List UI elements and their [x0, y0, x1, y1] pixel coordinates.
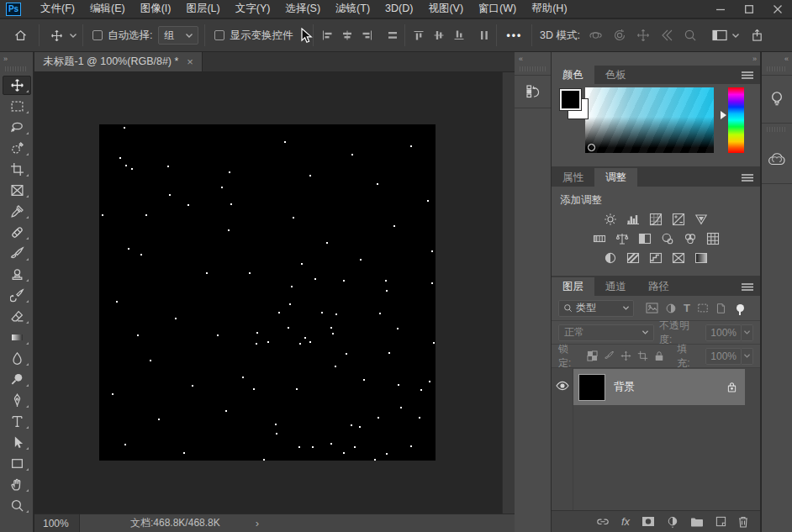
new-group-icon[interactable] [690, 517, 704, 527]
tool-eraser[interactable] [0, 306, 34, 327]
layer-style-fx-icon[interactable]: fx [621, 515, 630, 528]
tab-layers[interactable]: 图层 [552, 277, 594, 296]
panel-gripper[interactable] [520, 66, 546, 71]
opacity-value-field[interactable]: 100% [705, 324, 742, 341]
menu-edit[interactable]: 编辑(E) [82, 0, 133, 18]
layer-thumbnail[interactable] [578, 374, 605, 401]
canvas[interactable] [99, 124, 436, 461]
menu-type[interactable]: 文字(Y) [228, 0, 278, 18]
tool-crop[interactable] [0, 159, 34, 180]
tab-swatches[interactable]: 色板 [594, 66, 637, 84]
color-lookup-icon[interactable] [705, 232, 721, 245]
curves-icon[interactable] [648, 213, 663, 226]
menu-image[interactable]: 图像(I) [133, 0, 179, 18]
lock-pixels-icon[interactable] [604, 350, 615, 361]
menu-filter[interactable]: 滤镜(T) [328, 0, 378, 18]
tool-rectangular-marquee[interactable] [0, 96, 34, 117]
learn-panel-icon[interactable] [762, 75, 792, 124]
tool-gradient[interactable] [0, 327, 34, 348]
blend-mode-dropdown[interactable]: 正常 [558, 324, 654, 341]
menu-window[interactable]: 窗口(W) [471, 0, 524, 18]
align-bottom-icon[interactable] [453, 29, 465, 41]
tab-close-icon[interactable]: × [187, 55, 193, 68]
zoom-level-field[interactable]: 100% [34, 514, 80, 532]
filter-adjustment-layers-icon[interactable] [665, 303, 677, 314]
exposure-icon[interactable] [671, 213, 686, 226]
hue-saturation-icon[interactable] [592, 232, 607, 245]
tool-pen[interactable] [0, 390, 34, 411]
levels-icon[interactable] [626, 213, 641, 226]
filter-toggle-icon[interactable] [737, 304, 744, 312]
layer-filter-dropdown[interactable]: 类型 [558, 300, 634, 317]
align-middle-vertical-icon[interactable] [433, 29, 445, 41]
tool-eyedropper[interactable] [0, 201, 34, 222]
tool-move[interactable] [0, 75, 34, 96]
tool-history-brush[interactable] [0, 285, 34, 306]
more-options-icon[interactable]: ••• [503, 29, 525, 41]
auto-select-dropdown[interactable]: 组 [158, 26, 198, 45]
tab-channels[interactable]: 通道 [594, 277, 637, 296]
tab-adjustments[interactable]: 调整 [594, 168, 637, 187]
new-adjustment-layer-icon[interactable] [667, 516, 678, 528]
posterize-icon[interactable] [626, 251, 641, 265]
collapse-dock-chevron[interactable]: » [552, 52, 760, 66]
tab-properties[interactable]: 属性 [552, 168, 594, 187]
vertical-scrollbar[interactable] [502, 72, 515, 514]
menu-help[interactable]: 帮助(H) [524, 0, 574, 18]
delete-layer-icon[interactable] [738, 516, 748, 528]
history-panel-icon[interactable] [515, 75, 551, 108]
share-icon[interactable] [746, 29, 768, 42]
tool-lasso[interactable] [0, 117, 34, 138]
align-center-horizontal-icon[interactable] [341, 29, 353, 41]
tool-clone-stamp[interactable] [0, 264, 34, 285]
minimize-button[interactable] [706, 0, 735, 18]
lock-artboard-icon[interactable] [637, 350, 648, 361]
screen-mode-icon[interactable] [707, 29, 732, 41]
black-white-icon[interactable] [637, 232, 652, 245]
tool-blur[interactable] [0, 348, 34, 369]
opacity-chevron-icon[interactable] [742, 324, 753, 341]
collapse-tools-chevron[interactable]: » [0, 52, 33, 66]
tab-paths[interactable]: 路径 [637, 277, 680, 296]
show-transform-checkbox[interactable] [214, 30, 224, 40]
photo-filter-icon[interactable] [660, 232, 675, 245]
tool-zoom[interactable] [0, 495, 34, 516]
filter-smart-objects-icon[interactable] [715, 303, 726, 314]
gradient-map-icon[interactable] [671, 251, 686, 265]
fill-chevron-icon[interactable] [742, 348, 753, 365]
tool-path-selection[interactable] [0, 432, 34, 453]
panel-gripper[interactable] [767, 127, 787, 132]
close-button[interactable] [763, 0, 792, 18]
panel-menu-icon[interactable] [742, 277, 760, 296]
chevron-down-icon[interactable] [70, 34, 77, 38]
photoshop-logo[interactable]: Ps [6, 3, 21, 16]
fill-value-field[interactable]: 100% [705, 348, 742, 365]
tool-type[interactable] [0, 411, 34, 432]
channel-mixer-icon[interactable] [683, 232, 698, 245]
panel-menu-icon[interactable] [742, 66, 760, 84]
menu-select[interactable]: 选择(S) [277, 0, 328, 18]
color-field[interactable] [585, 87, 714, 153]
panel-gripper[interactable] [5, 66, 28, 71]
lock-position-icon[interactable] [620, 350, 631, 361]
tool-hand[interactable] [0, 474, 34, 495]
layer-locked-icon[interactable] [727, 382, 737, 392]
brightness-contrast-icon[interactable] [603, 213, 618, 226]
panel-gripper[interactable] [767, 66, 787, 71]
distribute-horizontal-icon[interactable] [387, 29, 399, 41]
tool-rectangle-shape[interactable] [0, 453, 34, 474]
tool-brush[interactable] [0, 243, 34, 264]
tool-frame[interactable] [0, 180, 34, 201]
filter-type-layers-icon[interactable]: T [684, 302, 690, 314]
filter-shape-layers-icon[interactable] [697, 303, 709, 313]
link-layers-icon[interactable] [596, 518, 610, 526]
new-layer-icon[interactable] [715, 516, 726, 527]
maximize-button[interactable] [735, 0, 763, 18]
selective-color-icon[interactable] [694, 251, 709, 265]
status-chevron-icon[interactable]: › [256, 517, 259, 529]
document-tab[interactable]: 未标题-1 @ 100%(RGB/8#) * × [34, 52, 203, 71]
hue-slider-arrow[interactable] [721, 111, 726, 119]
foreground-color-swatch[interactable] [560, 89, 581, 110]
tool-spot-healing[interactable] [0, 222, 34, 243]
color-field-cursor[interactable] [588, 144, 595, 151]
